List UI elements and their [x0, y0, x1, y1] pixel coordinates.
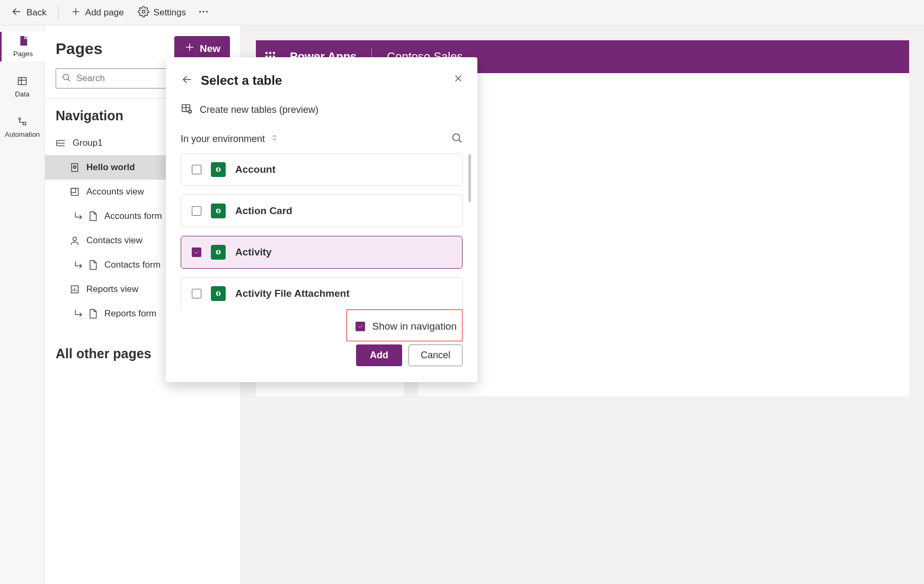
form-icon — [87, 308, 98, 319]
top-command-bar: Back Add page Settings — [0, 0, 924, 25]
svg-rect-8 — [72, 164, 78, 172]
checkbox[interactable] — [192, 289, 201, 298]
table-item-account[interactable]: Account — [181, 153, 463, 186]
rail-data[interactable]: Data — [0, 72, 45, 102]
nav-item-label: Accounts form — [104, 211, 162, 222]
svg-rect-10 — [71, 188, 78, 195]
cancel-button[interactable]: Cancel — [408, 344, 463, 366]
create-new-tables[interactable]: Create new tables (preview) — [181, 103, 463, 117]
sort-icon[interactable] — [270, 134, 279, 145]
svg-point-0 — [142, 10, 145, 13]
custom-page-icon — [69, 162, 80, 173]
subitem-arrow-icon — [74, 308, 84, 319]
form-icon — [87, 211, 98, 222]
create-new-label: Create new tables (preview) — [200, 104, 318, 116]
nav-item-label: Hello world — [86, 162, 135, 173]
more-button[interactable] — [196, 4, 214, 22]
checkbox[interactable] — [192, 206, 201, 216]
add-page-label: Add page — [85, 7, 124, 18]
flow-icon — [17, 116, 28, 128]
new-table-icon — [181, 103, 192, 117]
back-arrow-icon[interactable] — [181, 73, 193, 88]
table-icon — [17, 76, 28, 88]
table-item-activity[interactable]: Activity — [181, 236, 463, 269]
subitem-arrow-icon — [74, 260, 84, 270]
table-list: Account Action Card Activity Activity Fi… — [181, 153, 463, 309]
table-item-activity-file-attachment[interactable]: Activity File Attachment — [181, 277, 463, 309]
nav-item-label: Reports form — [104, 308, 156, 319]
svg-rect-11 — [71, 188, 75, 192]
env-label: In your environment — [181, 134, 265, 145]
rail-data-label: Data — [15, 90, 29, 98]
left-rail: Pages Data Automation — [0, 25, 45, 584]
divider — [58, 5, 59, 20]
checkbox[interactable] — [192, 165, 201, 174]
rail-pages-label: Pages — [13, 50, 33, 58]
select-table-dialog: Select a table Create new tables (previe… — [166, 57, 477, 382]
back-label: Back — [26, 7, 47, 18]
search-icon — [61, 73, 71, 84]
table-item-action-card[interactable]: Action Card — [181, 194, 463, 227]
svg-point-16 — [453, 134, 460, 141]
table-name: Action Card — [235, 205, 292, 217]
show-in-navigation[interactable]: Show in navigation — [356, 313, 457, 338]
contact-icon — [69, 235, 80, 246]
settings-label: Settings — [154, 7, 186, 18]
add-page-button[interactable]: Add page — [66, 4, 128, 21]
dataverse-icon — [211, 203, 226, 218]
environment-row: In your environment — [181, 132, 463, 146]
table-name: Activity — [235, 246, 272, 258]
show-nav-label: Show in navigation — [372, 321, 457, 332]
svg-point-1 — [200, 11, 201, 12]
table-name: Account — [235, 164, 276, 175]
nav-item-label: Accounts view — [86, 187, 144, 197]
nav-item-label: Contacts view — [86, 235, 143, 246]
gear-icon — [138, 6, 149, 20]
add-button[interactable]: Add — [356, 344, 402, 366]
modal-footer: Show in navigation Add Cancel — [181, 309, 463, 366]
subitem-arrow-icon — [74, 211, 84, 222]
plus-icon — [184, 41, 196, 56]
table-name: Activity File Attachment — [235, 288, 350, 299]
pages-title: Pages — [56, 40, 102, 58]
rail-pages[interactable]: Pages — [0, 32, 45, 61]
svg-rect-6 — [23, 122, 26, 125]
settings-button[interactable]: Settings — [134, 4, 190, 22]
svg-point-7 — [63, 74, 69, 80]
dataverse-icon — [211, 162, 226, 177]
group-icon — [56, 138, 66, 148]
svg-rect-4 — [19, 77, 26, 84]
more-icon — [198, 6, 209, 20]
checkbox[interactable] — [192, 247, 201, 257]
back-button[interactable]: Back — [6, 4, 51, 22]
group-label: Group1 — [73, 138, 103, 148]
highlight-annotation: Show in navigation — [346, 309, 463, 341]
dataverse-icon — [211, 245, 226, 260]
scrollbar[interactable] — [468, 154, 471, 202]
close-button[interactable] — [453, 73, 464, 86]
svg-point-12 — [73, 237, 77, 241]
svg-point-2 — [203, 11, 204, 12]
rail-automation[interactable]: Automation — [0, 112, 45, 142]
back-arrow-icon — [11, 6, 22, 20]
plus-icon — [70, 6, 81, 19]
modal-title: Select a table — [201, 73, 282, 88]
nav-item-label: Reports view — [86, 284, 138, 295]
nav-item-label: Contacts form — [104, 260, 161, 270]
dataverse-icon — [211, 286, 226, 301]
modal-header: Select a table — [181, 73, 463, 88]
search-icon[interactable] — [451, 132, 463, 146]
reports-icon — [69, 284, 80, 295]
page-icon — [18, 36, 29, 48]
checkbox[interactable] — [356, 322, 365, 331]
svg-point-3 — [207, 11, 208, 12]
form-icon — [87, 260, 98, 270]
new-label: New — [200, 43, 220, 55]
view-icon — [69, 187, 80, 197]
rail-automation-label: Automation — [5, 130, 40, 138]
